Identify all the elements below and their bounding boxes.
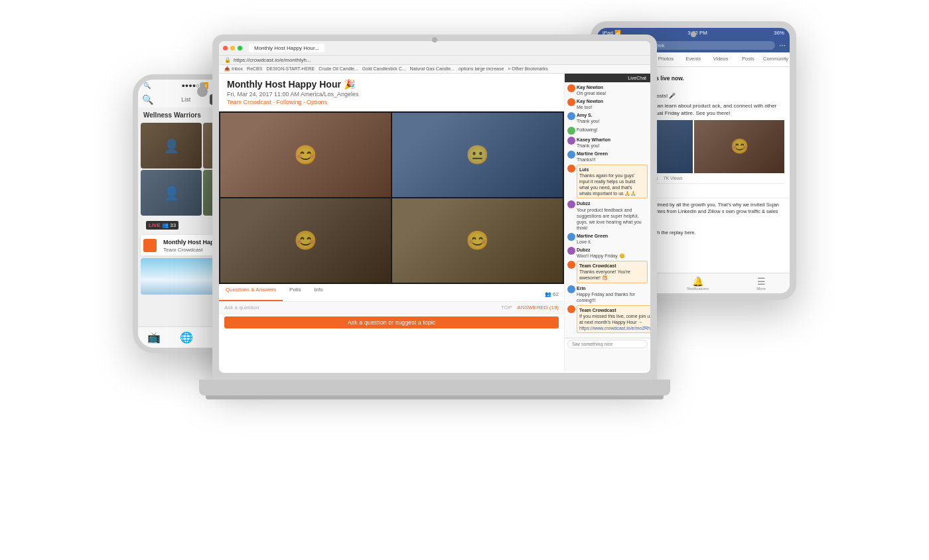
tab-qa[interactable]: Questions & Answers (219, 284, 283, 301)
close-button[interactable] (223, 46, 228, 50)
video-cell-2: 😐 (392, 113, 563, 197)
phone-live-badge: LIVE 👥 33 (146, 221, 179, 230)
fb-notifications-nav[interactable]: 🔔 Notifications (687, 276, 709, 291)
video-tabs: Questions & Answers Polls Info 👥 62 (219, 284, 564, 302)
chat-avatar-4 (567, 127, 575, 135)
chat-text-3: Amy S.Thank you! (577, 112, 600, 124)
phone-person-3 (141, 170, 202, 216)
chat-text-4: Following! (577, 127, 598, 133)
phone-search-icon2: 🔍 (142, 94, 153, 105)
chat-message-dubzz2: DubzzWoo!! Happy Friday 😊 (567, 247, 648, 259)
browser-bookmarks: 📥 Inbox ReCBS DESIGN-START-HERE Crude Oi… (219, 65, 650, 74)
phone-camera (200, 82, 205, 88)
laptop-body: Monthly Host Happy Hour... 🔒 https://cro… (212, 35, 657, 380)
video-cell-1: 😊 (220, 113, 391, 197)
chat-avatar-erin (567, 285, 575, 293)
event-host: Team Crowdcast · Following · Options (227, 99, 556, 105)
chat-avatar-1 (567, 84, 575, 92)
chat-highlight-luis: LuisThanks again for you guys' input it … (577, 165, 648, 198)
laptop-device: Monthly Host Happy Hour... 🔒 https://cro… (212, 35, 657, 380)
chat-avatar-tc2 (567, 305, 575, 313)
person-face-4: 😊 (466, 230, 489, 251)
chat-avatar-martine2 (567, 233, 575, 241)
chat-avatar-5 (567, 137, 575, 145)
tab-polls[interactable]: Polls (283, 284, 307, 301)
more-label: More (756, 287, 766, 291)
device-scene: 🔍 ●●●●○ 📶 1:01 PM 🔍 List Map Wellness Wa… (133, 21, 796, 539)
tablet-time: 3:02 PM (687, 30, 707, 36)
attendee-count-area: 👥 62 (539, 284, 564, 301)
fb-more-nav[interactable]: ☰ More (756, 276, 766, 291)
bookmark-design[interactable]: DESIGN-START-HERE (266, 66, 315, 72)
bookmark-crude[interactable]: Crude Oil Candle... (319, 66, 358, 72)
chat-avatar-dubzz (567, 200, 575, 208)
main-content: Monthly Host Happy Hour 🎉 Fri, Mar 24, 2… (219, 74, 564, 371)
more-options-icon[interactable]: ··· (779, 40, 786, 50)
fb-nav-community[interactable]: Community (762, 52, 790, 66)
lock-icon: 🔒 (224, 57, 231, 63)
bookmark-options[interactable]: options large increase (459, 66, 504, 72)
chat-header: LiveChat (565, 74, 650, 82)
phone-video-3 (141, 170, 202, 216)
top-label[interactable]: TOP (501, 305, 512, 311)
phone-tab-list[interactable]: List (163, 94, 210, 105)
chat-sidebar: LiveChat Kay NewtonOh great idea! Kay Ne… (564, 74, 650, 371)
chat-message-2: Kay NewtonMe too! (567, 98, 648, 110)
chat-avatar-tc (567, 261, 575, 269)
fb-nav-events[interactable]: Events (679, 52, 707, 66)
event-date: Fri, Mar 24, 2017 11:00 AM America/Los_A… (227, 91, 556, 98)
browser-url-bar: 🔒 https://crowdcast.io/e/monthlyh... (219, 56, 650, 65)
chat-avatar-2 (567, 98, 575, 106)
chat-message-1: Kay NewtonOh great idea! (567, 84, 648, 96)
page-background: 🔍 ●●●●○ 📶 1:01 PM 🔍 List Map Wellness Wa… (0, 0, 929, 560)
ask-button[interactable]: Ask a question or suggest a topic (224, 316, 559, 328)
minimize-button[interactable] (230, 46, 235, 50)
chat-text-erin: ErinHappy Friday and thanks for coming!!… (577, 285, 648, 303)
live-text: LIVE (149, 222, 161, 228)
phone-search-icon: 🔍 (143, 82, 151, 89)
chat-text-1: Kay NewtonOh great idea! (577, 84, 606, 96)
chat-avatar-6 (567, 151, 575, 159)
chat-avatar-luis (567, 165, 575, 173)
bookmark-other[interactable]: » Other Bookmarks (508, 66, 547, 72)
chat-text-dubzz: DubzzYour product feedback and suggestio… (577, 200, 648, 230)
browser-url[interactable]: https://crowdcast.io/e/monthlyh... (234, 57, 311, 63)
fb-video-2: 😊 (694, 120, 784, 173)
chat-input[interactable] (567, 340, 648, 348)
phone-video-1 (141, 123, 202, 169)
bookmark-inbox[interactable]: 📥 Inbox (224, 66, 243, 72)
chat-message-tc: Team CrowdcastThanks everyone! You're aw… (567, 261, 648, 283)
qa-filters: TOP ANSWERED (19) (501, 305, 559, 311)
answered-label[interactable]: ANSWERED (19) (517, 305, 559, 311)
tab-info[interactable]: Info (307, 284, 329, 301)
chat-message-martine2: Martine GreenLove it. (567, 233, 648, 245)
person-face-1: 😊 (294, 144, 317, 166)
ask-question-placeholder[interactable]: Ask a question (224, 305, 259, 311)
chat-message-erin: ErinHappy Friday and thanks for coming!!… (567, 285, 648, 303)
chat-message-3: Amy S.Thank you! (567, 112, 648, 124)
phone-tv-icon[interactable]: 📺 (147, 331, 161, 344)
notifications-label: Notifications (687, 287, 709, 291)
phone-globe-icon[interactable]: 🌐 (180, 331, 193, 344)
chat-text-2: Kay NewtonMe too! (577, 98, 603, 110)
bookmark-natural[interactable]: Natural Gas Candle... (410, 66, 455, 72)
video-grid: 😊 😐 😊 😊 (219, 111, 564, 284)
attendee-count: 👥 62 (545, 291, 559, 297)
chat-text-dubzz2: DubzzWoo!! Happy Friday 😊 (577, 247, 625, 259)
browser-chrome: Monthly Host Happy Hour... (219, 41, 650, 56)
browser-tab[interactable]: Monthly Host Happy Hour... (249, 44, 324, 52)
fb-nav-posts[interactable]: Posts (735, 52, 762, 66)
fb-views-count: 7K Views (664, 176, 683, 180)
maximize-button[interactable] (238, 46, 242, 50)
chat-text-martine2: Martine GreenLove it. (577, 233, 608, 245)
person-face-3: 😊 (294, 230, 317, 251)
laptop-base (199, 380, 670, 395)
video-cell-4: 😊 (392, 198, 563, 283)
bookmark-recbs[interactable]: ReCBS (247, 66, 262, 72)
tablet-battery: 36% (774, 30, 784, 36)
chat-message-4: Following! (567, 127, 648, 135)
fb-nav-videos[interactable]: Videos (707, 52, 734, 66)
bookmark-gold[interactable]: Gold Candlestick C... (362, 66, 406, 72)
phone-person-1 (141, 123, 202, 169)
chat-avatar-dubzz2 (567, 247, 575, 255)
